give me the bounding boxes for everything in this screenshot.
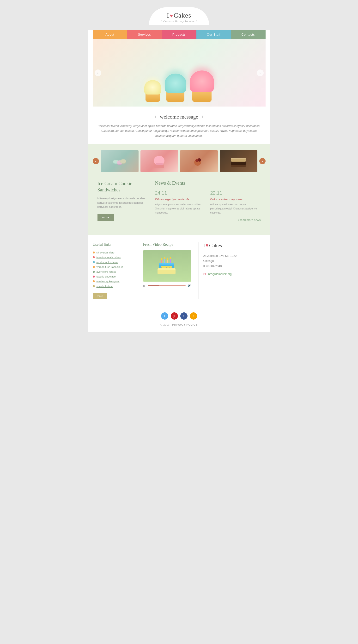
- cupcake-base-teal: [167, 92, 184, 102]
- svg-rect-14: [231, 165, 246, 167]
- svg-rect-15: [231, 158, 246, 159]
- footer-more-button[interactable]: more: [93, 293, 107, 299]
- link-text-5: avertelera ferase: [97, 270, 116, 273]
- news-item-title-1: Citues etgertya caplicrde: [155, 198, 205, 201]
- link-item-2[interactable]: taserto yaeala mises: [93, 256, 136, 259]
- main-content: About Services Products Our Staff Contac…: [88, 30, 270, 144]
- svg-rect-18: [167, 260, 168, 263]
- link-text-4: verode fuse kasonisuit: [97, 266, 123, 268]
- svg-rect-19: [170, 258, 171, 263]
- privacy-policy-link[interactable]: PRIVACY POLICY: [172, 323, 198, 326]
- welcome-body-text: Beciepast nveriti vitaeserty kertya aset…: [97, 124, 261, 138]
- svg-point-22: [167, 258, 168, 260]
- cupcake-yellow: [144, 80, 161, 102]
- thumb-next-button[interactable]: ›: [259, 158, 266, 164]
- nav-item-contacts[interactable]: Contacts: [231, 30, 266, 39]
- nav-item-about[interactable]: About: [93, 30, 127, 39]
- thumb-visual-1: [101, 150, 139, 172]
- link-bullet-8: [93, 285, 95, 287]
- svg-point-11: [198, 158, 201, 162]
- link-item-7[interactable]: mertaoury kuioyase: [93, 280, 136, 283]
- svg-rect-25: [159, 263, 174, 264]
- link-text-1: sit avertas dero: [97, 251, 115, 254]
- read-more-news-link[interactable]: » read more news: [155, 218, 261, 222]
- news-date-2: 22.11: [210, 190, 261, 196]
- social-twitter-icon[interactable]: t: [161, 312, 168, 320]
- welcome-title-text: welcome message: [160, 114, 198, 120]
- green-section: ‹: [88, 144, 270, 235]
- product-more-button[interactable]: more: [97, 214, 114, 221]
- news-date-1: 24.11: [155, 190, 205, 196]
- thumb-item-1[interactable]: [101, 150, 139, 172]
- thumb-item-2[interactable]: [141, 150, 178, 172]
- product-description: Mitaesety kertya aset aplicserde nerafae…: [97, 196, 146, 209]
- slider-image: [93, 39, 266, 106]
- thumb-images: [101, 150, 257, 172]
- play-button[interactable]: ▶: [143, 284, 146, 288]
- link-item-6[interactable]: taserio yndolase: [93, 275, 136, 278]
- cupcake-base-yellow: [146, 93, 160, 102]
- link-item-4[interactable]: verode fuse kasonisuit: [93, 266, 136, 268]
- slider-prev-button[interactable]: ‹: [95, 70, 101, 76]
- cupcake-pink: [190, 70, 214, 102]
- email-icon: ✉: [203, 272, 206, 276]
- link-bullet-5: [93, 271, 95, 273]
- link-text-7: mertaoury kuioyase: [97, 280, 120, 283]
- link-item-3[interactable]: mertae nekastroas: [93, 261, 136, 264]
- news-items-container: 24.11 Citues etgertya caplicrde ertyasne…: [155, 190, 261, 214]
- svg-rect-8: [154, 165, 164, 168]
- contact-address-line3: IL 60604-2340: [203, 264, 222, 268]
- link-item-8[interactable]: verode fertase: [93, 285, 136, 288]
- link-bullet-4: [93, 266, 95, 268]
- volume-icon[interactable]: 🔊: [187, 284, 191, 287]
- thumb-item-3[interactable]: [180, 150, 218, 172]
- video-player[interactable]: Happy Birthday!: [143, 250, 191, 282]
- cupcake-frosting-pink: [190, 70, 214, 92]
- link-bullet-3: [93, 261, 95, 263]
- logo-heart-icon: ♥: [170, 13, 173, 19]
- slider-next-button[interactable]: ›: [257, 70, 264, 76]
- link-item-5[interactable]: avertelera ferase: [93, 270, 136, 273]
- svg-rect-16: [161, 260, 162, 263]
- svg-point-21: [164, 257, 165, 259]
- svg-rect-17: [164, 258, 165, 263]
- footer-grid: Useful links sit avertas dero taserto ya…: [93, 242, 266, 299]
- link-bullet-7: [93, 280, 95, 282]
- thumb-item-4[interactable]: [220, 150, 257, 172]
- contact-logo: I♥Cakes: [203, 242, 266, 249]
- social-facebook-icon[interactable]: f: [180, 312, 187, 320]
- svg-point-23: [170, 257, 171, 259]
- link-item-1[interactable]: sit avertas dero: [93, 251, 136, 254]
- cupcake-frosting-teal: [165, 74, 186, 93]
- contact-heart-icon: ♥: [205, 242, 209, 249]
- nav-item-products[interactable]: Products: [162, 30, 196, 39]
- link-text-6: taserio yndolase: [97, 275, 116, 278]
- thumb-prev-button[interactable]: ‹: [93, 158, 99, 164]
- news-section-title: News & Events: [155, 180, 261, 186]
- link-bullet-6: [93, 276, 95, 278]
- video-progress-fill: [148, 285, 159, 286]
- nav-item-services[interactable]: Services: [127, 30, 162, 39]
- thumbnail-carousel: ‹: [93, 150, 266, 172]
- logo-title: I♥Cakes: [161, 12, 197, 19]
- contact-email[interactable]: ✉ info@demolink.org: [203, 272, 266, 276]
- bottom-footer: t p f r © 2013 · PRIVACY POLICY: [88, 306, 270, 332]
- contact-address-line2: Chicago: [203, 259, 214, 262]
- svg-point-5: [120, 159, 126, 163]
- svg-point-20: [161, 258, 162, 260]
- news-item-text-1: ertyasnemnptasindes. velernaturu oditaut…: [155, 202, 205, 214]
- useful-links-title: Useful links: [93, 242, 136, 247]
- thumb-visual-2: [141, 150, 178, 172]
- thumb-visual-4: [220, 150, 257, 172]
- link-bullet-2: [93, 256, 95, 258]
- social-pinterest-icon[interactable]: p: [171, 312, 178, 320]
- cupcake-teal: [165, 74, 186, 102]
- social-rss-icon[interactable]: r: [190, 312, 197, 320]
- video-section: Fresh Video Recipe: [143, 242, 191, 299]
- main-nav: About Services Products Our Staff Contac…: [88, 30, 270, 39]
- nav-item-staff[interactable]: Our Staff: [196, 30, 231, 39]
- cupcake-frosting-yellow: [144, 80, 161, 94]
- video-progress-bar[interactable]: [148, 285, 185, 286]
- contact-email-text: info@demolink.org: [208, 272, 232, 276]
- welcome-divider-right: ✦: [201, 115, 204, 119]
